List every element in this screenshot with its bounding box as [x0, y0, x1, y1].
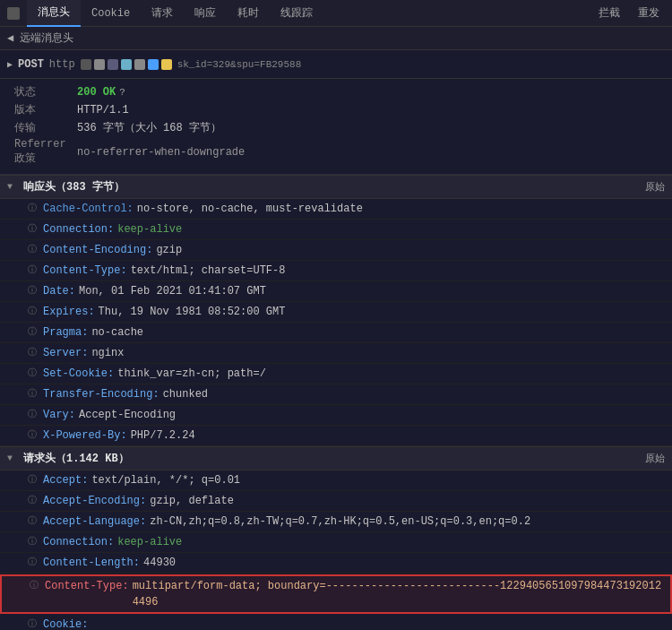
header-key-content-length: Content-Length: [43, 555, 140, 571]
response-headers-title: 响应头（383 字节） [23, 179, 125, 194]
toolbar-right: 拦截 重发 [593, 4, 665, 22]
request-header-content-type: ⓘ Content-Type: multipart/form-data; bou… [0, 574, 672, 614]
header-value-content-length: 44930 [143, 555, 176, 571]
header-value-req-content-type: multipart/form-data; boundary=----------… [133, 578, 663, 610]
header-key-transfer-encoding: Transfer-Encoding: [43, 386, 159, 402]
tab-timing[interactable]: 耗时 [227, 0, 270, 26]
status-row: 状态 200 OK ? [14, 84, 658, 99]
header-value-pragma: no-cache [91, 324, 143, 341]
response-header-date: ⓘ Date: Mon, 01 Feb 2021 01:41:07 GMT [0, 281, 672, 302]
header-key-req-content-type: Content-Type: [45, 578, 129, 594]
response-headers-section-header[interactable]: ▼ 响应头（383 字节） 原始 [0, 175, 672, 199]
referrer-value: no-referrer-when-downgrade [77, 146, 245, 159]
header-value-req-connection: keep-alive [117, 534, 182, 550]
response-header-expires: ⓘ Expires: Thu, 19 Nov 1981 08:52:00 GMT [0, 302, 672, 323]
header-icon: ⓘ [25, 472, 39, 487]
http-method: POST [18, 58, 44, 71]
request-headers-list: ⓘ Accept: text/plain, */*; q=0.01 ⓘ Acce… [0, 470, 672, 630]
version-value: HTTP/1.1 [77, 104, 129, 117]
header-key-cookie: Cookie: [43, 617, 88, 630]
request-header-cookie: ⓘ Cookie: [0, 615, 672, 630]
tab-trace[interactable]: 线跟踪 [270, 0, 323, 26]
intercept-button[interactable]: 拦截 [593, 4, 625, 22]
header-icon: ⓘ [25, 617, 39, 630]
header-key-req-connection: Connection: [43, 534, 114, 550]
header-icon: ⓘ [25, 427, 39, 442]
response-header-cache-control: ⓘ Cache-Control: no-store, no-cache, mus… [0, 199, 672, 220]
resend-button[interactable]: 重发 [633, 4, 665, 22]
header-icon: ⓘ [25, 513, 39, 528]
tab-request[interactable]: 请求 [141, 0, 184, 26]
dot-3 [108, 59, 118, 70]
header-icon: ⓘ [25, 324, 39, 339]
protocol-label: http [49, 58, 75, 71]
header-value-set-cookie: think_var=zh-cn; path=/ [117, 366, 266, 382]
version-row: 版本 HTTP/1.1 [14, 102, 658, 117]
header-key-accept-encoding: Accept-Encoding: [43, 493, 146, 509]
response-header-x-powered-by: ⓘ X-Powered-By: PHP/7.2.24 [0, 426, 672, 446]
header-icon: ⓘ [25, 493, 39, 507]
header-key-cache-control: Cache-Control: [43, 201, 134, 217]
referrer-label: Referrer 政策 [14, 138, 77, 166]
header-key-x-powered-by: X-Powered-By: [43, 427, 127, 444]
header-value-x-powered-by: PHP/7.2.24 [131, 427, 195, 444]
size-label: 传输 [14, 120, 77, 135]
response-header-content-encoding: ⓘ Content-Encoding: gzip [0, 240, 672, 261]
header-key-accept-language: Accept-Language: [43, 513, 146, 530]
header-icon: ⓘ [25, 555, 39, 569]
tab-bar: 消息头 Cookie 请求 响应 耗时 线跟踪 拦截 重发 [0, 0, 672, 27]
url-text: sk_id=329&spu=FB29588 [177, 59, 665, 70]
response-raw-btn[interactable]: 原始 [645, 180, 665, 194]
version-label: 版本 [14, 102, 77, 117]
header-value-vary: Accept-Encoding [79, 407, 176, 423]
request-headers-section-header[interactable]: ▼ 请求头（1.142 KB） 原始 [0, 446, 672, 470]
response-headers-list: ⓘ Cache-Control: no-store, no-cache, mus… [0, 199, 672, 446]
status-section: 状态 200 OK ? 版本 HTTP/1.1 传输 536 字节（大小 168… [0, 79, 672, 175]
tab-cookie[interactable]: Cookie [81, 2, 141, 25]
status-info-icon[interactable]: ? [119, 87, 125, 98]
header-icon: ⓘ [25, 534, 39, 548]
header-key-vary: Vary: [43, 407, 75, 423]
response-header-pragma: ⓘ Pragma: no-cache [0, 323, 672, 343]
header-icon: ⓘ [25, 366, 39, 380]
toolbar: ◀ 远端消息头 [0, 27, 672, 50]
header-value-transfer-encoding: chunked [163, 386, 208, 402]
header-value-content-type: text/html; charset=UTF-8 [131, 263, 286, 279]
status-value: 200 OK [77, 86, 116, 99]
referrer-row: Referrer 政策 no-referrer-when-downgrade [14, 138, 658, 166]
request-line: ▶ POST http sk_id=329&spu=FB29588 [0, 50, 672, 79]
toggle-button[interactable]: ▶ [7, 59, 13, 70]
tab-messages[interactable]: 消息头 [27, 0, 81, 27]
response-header-connection: ⓘ Connection: keep-alive [0, 220, 672, 240]
header-value-server: nginx [91, 345, 124, 361]
back-button[interactable]: ◀ 远端消息头 [7, 30, 73, 46]
header-icon: ⓘ [25, 386, 39, 401]
response-toggle-arrow: ▼ [7, 182, 13, 192]
header-key-content-encoding: Content-Encoding: [43, 242, 152, 258]
tab-response[interactable]: 响应 [184, 0, 227, 26]
request-header-connection: ⓘ Connection: keep-alive [0, 532, 672, 553]
request-headers-title: 请求头（1.142 KB） [23, 451, 129, 466]
response-header-transfer-encoding: ⓘ Transfer-Encoding: chunked [0, 384, 672, 405]
request-header-accept-encoding: ⓘ Accept-Encoding: gzip, deflate [0, 491, 672, 512]
request-header-accept: ⓘ Accept: text/plain, */*; q=0.01 [0, 470, 672, 491]
header-value-cache-control: no-store, no-cache, must-revalidate [137, 201, 363, 217]
header-key-connection: Connection: [43, 221, 114, 237]
header-icon: ⓘ [25, 242, 39, 256]
header-value-connection: keep-alive [117, 221, 182, 237]
header-key-accept: Accept: [43, 472, 88, 488]
dot-2 [94, 59, 105, 70]
request-raw-btn[interactable]: 原始 [645, 452, 665, 465]
header-key-server: Server: [43, 345, 88, 361]
color-dots [81, 59, 172, 70]
header-value-accept-language: zh-CN,zh;q=0.8,zh-TW;q=0.7,zh-HK;q=0.5,e… [150, 513, 530, 530]
url-suffix: sk_id=329&spu=FB29588 [177, 59, 302, 70]
header-icon: ⓘ [25, 283, 39, 298]
scroll-area[interactable]: ▼ 响应头（383 字节） 原始 ⓘ Cache-Control: no-sto… [0, 175, 672, 630]
header-key-pragma: Pragma: [43, 324, 88, 341]
header-icon: ⓘ [25, 201, 39, 215]
header-icon: ⓘ [25, 221, 39, 236]
dot-1 [81, 59, 91, 70]
response-header-vary: ⓘ Vary: Accept-Encoding [0, 405, 672, 426]
status-label: 状态 [14, 84, 77, 99]
